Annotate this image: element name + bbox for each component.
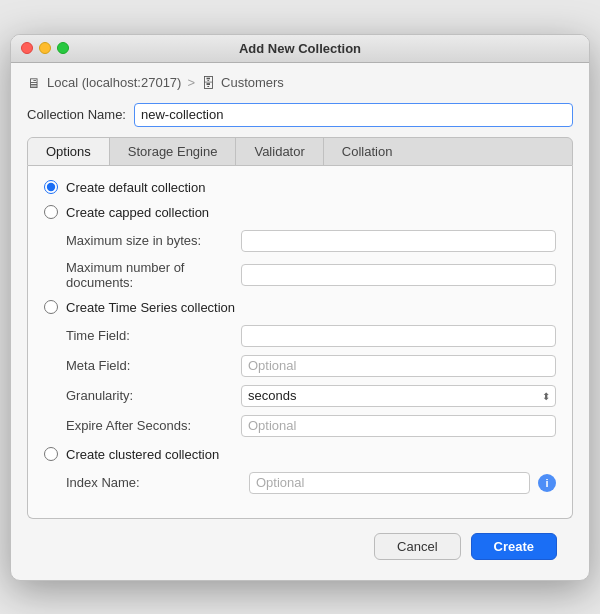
cancel-button[interactable]: Cancel	[374, 533, 460, 560]
max-docs-label: Maximum number of documents:	[66, 260, 241, 290]
max-docs-row: Maximum number of documents:	[66, 260, 556, 290]
tab-bar: Options Storage Engine Validator Collati…	[27, 137, 573, 166]
option-capped-row: Create capped collection	[44, 205, 556, 220]
index-name-row: Index Name: i	[66, 472, 556, 494]
option-default-row: Create default collection	[44, 180, 556, 195]
max-size-label: Maximum size in bytes:	[66, 233, 241, 248]
minimize-button[interactable]	[39, 42, 51, 54]
granularity-select-wrapper: seconds minutes hours ⬍	[241, 385, 556, 407]
titlebar: Add New Collection	[11, 35, 589, 63]
collection-name-row: Collection Name:	[27, 103, 573, 127]
radio-timeseries-collection[interactable]	[44, 300, 58, 314]
max-size-input[interactable]	[241, 230, 556, 252]
tab-options[interactable]: Options	[28, 138, 110, 165]
radio-default-collection[interactable]	[44, 180, 58, 194]
meta-field-input[interactable]	[241, 355, 556, 377]
tab-storage-engine[interactable]: Storage Engine	[110, 138, 237, 165]
granularity-select[interactable]: seconds minutes hours	[241, 385, 556, 407]
collection-name-label: Collection Name:	[27, 107, 126, 122]
tab-collation[interactable]: Collation	[324, 138, 411, 165]
breadcrumb-separator: >	[187, 75, 195, 90]
collection-name-input[interactable]	[134, 103, 573, 127]
window-body: 🖥 Local (localhost:27017) > 🗄 Customers …	[11, 63, 589, 580]
breadcrumb-database: Customers	[221, 75, 284, 90]
option-clustered-row: Create clustered collection	[44, 447, 556, 462]
timeseries-sub-section: Time Field: Meta Field: Granularity: sec…	[66, 325, 556, 437]
traffic-lights	[21, 42, 69, 54]
max-size-row: Maximum size in bytes:	[66, 230, 556, 252]
option-timeseries-label: Create Time Series collection	[66, 300, 235, 315]
footer: Cancel Create	[27, 519, 573, 564]
index-name-input[interactable]	[249, 472, 530, 494]
radio-capped-collection[interactable]	[44, 205, 58, 219]
breadcrumb-server: Local (localhost:27017)	[47, 75, 181, 90]
tab-validator[interactable]: Validator	[236, 138, 323, 165]
window-title: Add New Collection	[239, 41, 361, 56]
time-field-row: Time Field:	[66, 325, 556, 347]
option-timeseries-row: Create Time Series collection	[44, 300, 556, 315]
option-default-label: Create default collection	[66, 180, 205, 195]
dialog-window: Add New Collection 🖥 Local (localhost:27…	[10, 34, 590, 581]
option-capped-label: Create capped collection	[66, 205, 209, 220]
expire-label: Expire After Seconds:	[66, 418, 241, 433]
capped-sub-section: Maximum size in bytes: Maximum number of…	[66, 230, 556, 290]
close-button[interactable]	[21, 42, 33, 54]
maximize-button[interactable]	[57, 42, 69, 54]
expire-input[interactable]	[241, 415, 556, 437]
clustered-sub-section: Index Name: i	[66, 472, 556, 494]
tab-content-options: Create default collection Create capped …	[27, 166, 573, 519]
time-field-label: Time Field:	[66, 328, 241, 343]
create-button[interactable]: Create	[471, 533, 557, 560]
index-name-label: Index Name:	[66, 475, 241, 490]
granularity-label: Granularity:	[66, 388, 241, 403]
meta-field-label: Meta Field:	[66, 358, 241, 373]
meta-field-row: Meta Field:	[66, 355, 556, 377]
expire-row: Expire After Seconds:	[66, 415, 556, 437]
breadcrumb: 🖥 Local (localhost:27017) > 🗄 Customers	[27, 75, 573, 91]
database-icon: 🗄	[201, 75, 215, 91]
radio-clustered-collection[interactable]	[44, 447, 58, 461]
server-icon: 🖥	[27, 75, 41, 91]
granularity-row: Granularity: seconds minutes hours ⬍	[66, 385, 556, 407]
info-badge[interactable]: i	[538, 474, 556, 492]
option-clustered-label: Create clustered collection	[66, 447, 219, 462]
max-docs-input[interactable]	[241, 264, 556, 286]
time-field-input[interactable]	[241, 325, 556, 347]
